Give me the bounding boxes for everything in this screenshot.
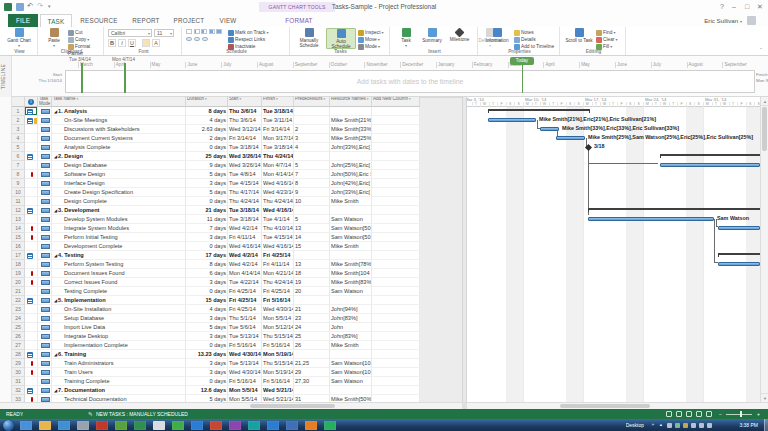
task-bar-row-7[interactable] bbox=[660, 163, 760, 167]
cell-dur[interactable]: 9 days bbox=[186, 161, 228, 170]
cell-pred[interactable]: 9 bbox=[294, 188, 330, 197]
cell-mode[interactable] bbox=[38, 161, 52, 170]
cell-start[interactable]: Wed 3/26/14 bbox=[228, 152, 262, 161]
cell-new[interactable] bbox=[372, 314, 420, 323]
cut-button[interactable]: Cut bbox=[68, 29, 102, 36]
cell-pred[interactable]: 2 bbox=[294, 125, 330, 134]
cell-fin[interactable]: Fri 3/14/14 bbox=[262, 125, 294, 134]
cell-new[interactable] bbox=[372, 107, 420, 116]
cell-dur[interactable]: 0 days bbox=[186, 287, 228, 296]
tab-report[interactable]: REPORT bbox=[128, 14, 164, 27]
taskbar-app-icon[interactable] bbox=[286, 421, 298, 430]
highlight-color-button[interactable] bbox=[142, 39, 150, 47]
cell-res[interactable]: Sam Watson bbox=[330, 377, 372, 386]
cell-name[interactable]: ◢7. Documentation bbox=[52, 386, 186, 395]
respect-links-button[interactable]: Respect Links bbox=[228, 36, 288, 43]
percent-complete-0-button[interactable] bbox=[186, 29, 192, 34]
cell-fin[interactable]: Wed 5/21/14 bbox=[262, 395, 294, 402]
flag-tray-icon[interactable] bbox=[691, 423, 696, 428]
cell-new[interactable] bbox=[372, 224, 420, 233]
cell-dur[interactable]: 0 days bbox=[186, 377, 228, 386]
cell-id[interactable]: 17 bbox=[12, 251, 25, 260]
cell-dur[interactable]: 2 days bbox=[186, 134, 228, 143]
cell-start[interactable]: Wed 4/2/14 bbox=[228, 260, 262, 269]
cell-new[interactable] bbox=[372, 278, 420, 287]
milestone-button[interactable]: Milestone bbox=[446, 28, 473, 49]
cell-fin[interactable]: Thu 4/24/14 bbox=[262, 197, 294, 206]
cell-info[interactable] bbox=[25, 161, 38, 170]
cell-id[interactable]: 5 bbox=[12, 143, 25, 152]
cell-pred[interactable]: 13 bbox=[294, 260, 330, 269]
split-task-icon[interactable] bbox=[202, 37, 208, 41]
start-button[interactable] bbox=[3, 420, 14, 431]
filter-icon[interactable]: ▾ bbox=[366, 97, 369, 101]
link-tasks-icon[interactable] bbox=[186, 37, 192, 41]
percent-complete-25-button[interactable] bbox=[194, 29, 200, 34]
taskbar-app-icon[interactable] bbox=[172, 421, 184, 430]
cell-mode[interactable] bbox=[38, 233, 52, 242]
summary-button[interactable]: Summary bbox=[420, 28, 444, 49]
taskbar-app-icon[interactable] bbox=[39, 421, 51, 430]
cell-fin[interactable]: Mon 4/7/14 bbox=[262, 161, 294, 170]
cell-name[interactable]: Interface Design bbox=[52, 179, 186, 188]
taskbar-app-icon[interactable] bbox=[134, 421, 146, 430]
status-new-tasks[interactable]: NEW TASKS : MANUALLY SCHEDULED bbox=[96, 409, 188, 419]
cell-name[interactable]: Perform Initial Testing bbox=[52, 233, 186, 242]
cell-pred[interactable] bbox=[294, 350, 330, 359]
cell-info[interactable] bbox=[25, 188, 38, 197]
cell-id[interactable]: 6 bbox=[12, 152, 25, 161]
cell-fin[interactable]: Fri 4/11/14 bbox=[262, 260, 294, 269]
cell-dur[interactable]: 3 days bbox=[186, 368, 228, 377]
cell-name[interactable]: Design Complete bbox=[52, 197, 186, 206]
cell-mode[interactable] bbox=[38, 224, 52, 233]
cell-id[interactable]: 15 bbox=[12, 233, 25, 242]
font-name-select[interactable]: Calibri▾ bbox=[108, 29, 152, 37]
cell-name[interactable]: Train Administrators bbox=[52, 359, 186, 368]
cell-info[interactable] bbox=[25, 395, 38, 402]
cell-new[interactable] bbox=[372, 143, 420, 152]
cell-res[interactable]: John[42%],Eric[ bbox=[330, 179, 372, 188]
cell-name[interactable]: Create Design Specification bbox=[52, 188, 186, 197]
cell-new[interactable] bbox=[372, 251, 420, 260]
taskbar-app-icon[interactable] bbox=[210, 421, 222, 430]
cell-start[interactable]: Tue 3/18/14 bbox=[228, 143, 262, 152]
scroll-up-icon[interactable]: ▲ bbox=[761, 97, 768, 106]
cell-fin[interactable]: Tue 3/11/14 bbox=[262, 116, 294, 125]
avatar[interactable] bbox=[747, 16, 756, 25]
taskbar-app-icon[interactable] bbox=[20, 421, 32, 430]
cell-new[interactable] bbox=[372, 287, 420, 296]
cell-new[interactable] bbox=[372, 269, 420, 278]
cell-fin[interactable]: Mon 4/14/14 bbox=[262, 170, 294, 179]
cell-new[interactable] bbox=[372, 206, 420, 215]
cell-info[interactable] bbox=[25, 377, 38, 386]
cell-pred[interactable]: 26 bbox=[294, 341, 330, 350]
cell-name[interactable]: Import Live Data bbox=[52, 323, 186, 332]
cell-pred[interactable]: 4 bbox=[294, 143, 330, 152]
task-bar-row-3[interactable] bbox=[540, 127, 559, 131]
cell-res[interactable]: Mike Smith[33% bbox=[330, 125, 372, 134]
cell-pred[interactable]: 3 bbox=[294, 134, 330, 143]
cell-res[interactable]: John bbox=[330, 323, 372, 332]
cell-fin[interactable]: Thu 4/24/14 bbox=[262, 152, 294, 161]
cell-pred[interactable]: 7 bbox=[294, 170, 330, 179]
cell-start[interactable]: Fri 3/14/14 bbox=[228, 134, 262, 143]
cell-id[interactable]: 7 bbox=[12, 161, 25, 170]
summary-bar-row-17[interactable] bbox=[718, 253, 760, 255]
cell-info[interactable] bbox=[25, 323, 38, 332]
cell-new[interactable] bbox=[372, 242, 420, 251]
cell-dur[interactable]: 0 days bbox=[186, 143, 228, 152]
task-bar-row-18[interactable] bbox=[718, 262, 760, 266]
cell-pred[interactable]: 13 bbox=[294, 224, 330, 233]
taskbar-app-icon[interactable] bbox=[229, 421, 241, 430]
taskbar-app-icon[interactable] bbox=[115, 421, 127, 430]
cell-res[interactable] bbox=[330, 386, 372, 395]
cell-pred[interactable]: 31 bbox=[294, 395, 330, 402]
summary-bar-row-6[interactable] bbox=[660, 154, 760, 156]
cell-pred[interactable]: 27,30 bbox=[294, 377, 330, 386]
cell-dur[interactable]: 3 days bbox=[186, 314, 228, 323]
cell-info[interactable] bbox=[25, 350, 38, 359]
cell-info[interactable] bbox=[25, 170, 38, 179]
cell-res[interactable]: Mike Smith[25% bbox=[330, 134, 372, 143]
column-header-pred[interactable]: Predecessors ▾ bbox=[294, 97, 330, 107]
cell-id[interactable]: 2 bbox=[12, 116, 25, 125]
